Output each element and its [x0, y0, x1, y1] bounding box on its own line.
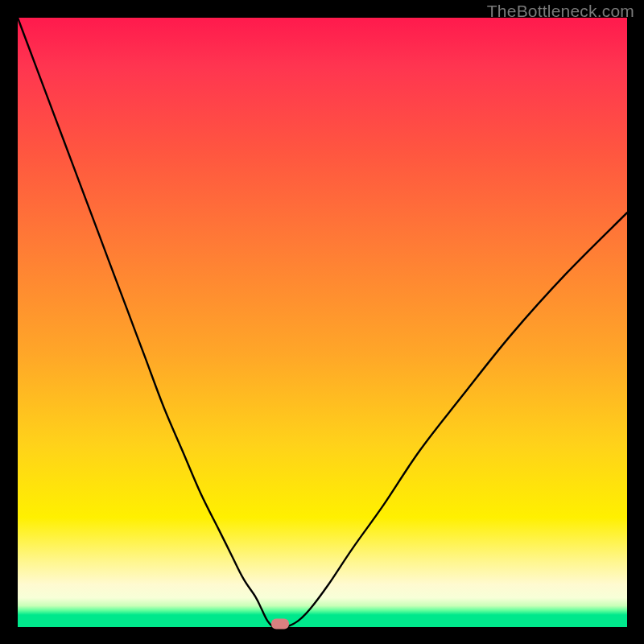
chart-frame: TheBottleneck.com [0, 0, 644, 644]
plot-area [18, 18, 627, 627]
bottleneck-curve [18, 18, 627, 627]
watermark-text: TheBottleneck.com [487, 2, 634, 21]
optimum-marker [271, 619, 289, 630]
